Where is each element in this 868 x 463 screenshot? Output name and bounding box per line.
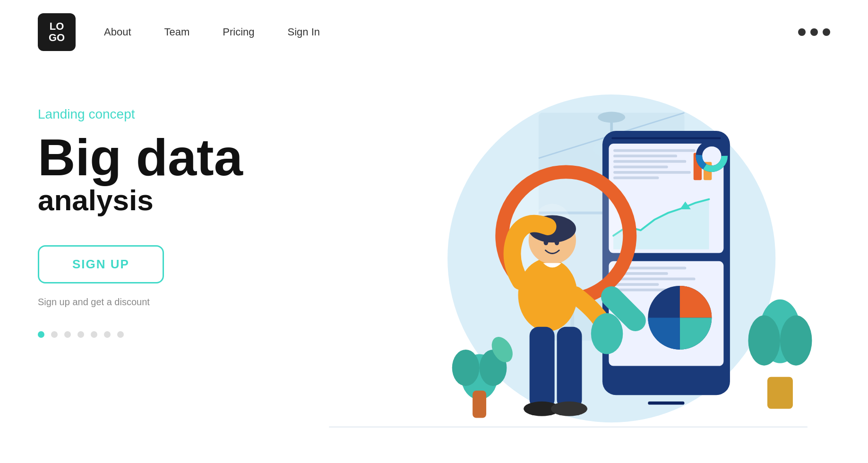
hero-title-big: Big data bbox=[38, 131, 284, 183]
dot-2 bbox=[810, 28, 818, 36]
dot-1 bbox=[798, 28, 806, 36]
screen-line-5 bbox=[613, 171, 691, 174]
logo-text: LOGO bbox=[49, 21, 65, 43]
screen-line-6 bbox=[613, 177, 659, 180]
person-leg-left bbox=[530, 327, 555, 409]
nav-item-team[interactable]: Team bbox=[164, 26, 190, 38]
page-dot-4[interactable] bbox=[77, 331, 84, 338]
phone-notch bbox=[611, 137, 721, 139]
screen-line-3 bbox=[613, 160, 686, 163]
page-dot-7[interactable] bbox=[117, 331, 124, 338]
person-shoe-right bbox=[551, 402, 587, 416]
hero-title-sub: analysis bbox=[38, 183, 284, 217]
nav-link-pricing[interactable]: Pricing bbox=[223, 26, 254, 38]
bottom-line-3 bbox=[613, 278, 696, 281]
nav-link-about[interactable]: About bbox=[104, 26, 131, 38]
hero-left: Landing concept Big data analysis SIGN U… bbox=[38, 78, 284, 463]
signup-button[interactable]: SIGN UP bbox=[38, 245, 164, 283]
nav-link-signin[interactable]: Sign In bbox=[288, 26, 320, 38]
pagination bbox=[38, 331, 284, 338]
screen-line-4 bbox=[613, 165, 668, 168]
phone-home-bar bbox=[648, 402, 684, 405]
plant-right-leaf2 bbox=[780, 316, 812, 366]
page-dot-5[interactable] bbox=[91, 331, 97, 338]
illustration-svg bbox=[284, 78, 830, 463]
page-dot-6[interactable] bbox=[104, 331, 111, 338]
plant-right-pot bbox=[767, 377, 793, 409]
nav-item-signin[interactable]: Sign In bbox=[288, 26, 320, 38]
navbar: LOGO About Team Pricing Sign In bbox=[0, 0, 868, 64]
nav-more-dots[interactable] bbox=[798, 28, 830, 36]
person-leg-right bbox=[557, 327, 582, 409]
bottom-line-4 bbox=[613, 283, 659, 286]
nav-item-about[interactable]: About bbox=[104, 26, 131, 38]
nav-item-pricing[interactable]: Pricing bbox=[223, 26, 254, 38]
person-eye-right bbox=[555, 240, 559, 246]
page-dot-1[interactable] bbox=[38, 331, 44, 338]
person-eye-left bbox=[544, 240, 549, 246]
plant-right-leaf1 bbox=[748, 316, 780, 366]
plant-left-pot bbox=[473, 391, 486, 418]
main-section: Landing concept Big data analysis SIGN U… bbox=[0, 64, 868, 463]
plant-left-leaf1 bbox=[452, 350, 480, 386]
page-dot-2[interactable] bbox=[51, 331, 58, 338]
dot-3 bbox=[823, 28, 830, 36]
screen-line-2 bbox=[613, 154, 677, 157]
signup-hint: Sign up and get a discount bbox=[38, 297, 284, 308]
page-dot-3[interactable] bbox=[64, 331, 71, 338]
screen-line-1 bbox=[613, 149, 696, 152]
hero-subtitle: Landing concept bbox=[38, 107, 284, 122]
nav-link-team[interactable]: Team bbox=[164, 26, 190, 38]
hero-illustration bbox=[284, 78, 830, 463]
person-bag bbox=[591, 313, 623, 354]
nav-links: About Team Pricing Sign In bbox=[104, 26, 320, 38]
logo[interactable]: LOGO bbox=[38, 13, 76, 51]
ceiling-light bbox=[598, 112, 625, 123]
